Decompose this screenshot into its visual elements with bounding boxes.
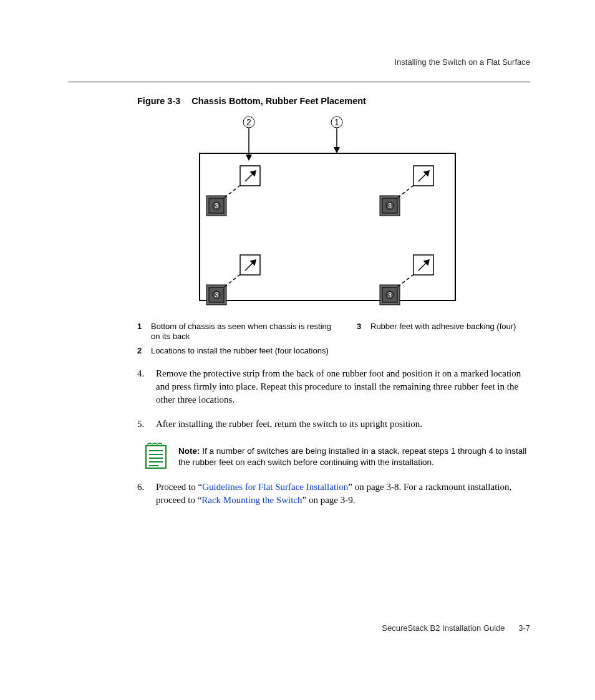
xref-link[interactable]: Guidelines for Flat Surface Installation — [202, 482, 348, 492]
svg-text:2: 2 — [246, 117, 251, 127]
step-5: 5. After installing the rubber feet, ret… — [137, 418, 530, 431]
step-number: 4. — [137, 367, 156, 406]
footer-page-number: 3-7 — [518, 623, 530, 633]
note-callout: Note: If a number of switches are being … — [143, 442, 530, 469]
step-body: Proceed to “Guidelines for Flat Surface … — [156, 481, 530, 507]
legend-text: Locations to install the rubber feet (fo… — [151, 346, 329, 356]
svg-marker-7 — [246, 155, 252, 161]
svg-text:3: 3 — [388, 292, 392, 299]
step-body: After installing the rubber feet, return… — [156, 418, 530, 431]
figure-legend: 1 Bottom of chassis as seen when chassis… — [137, 322, 530, 356]
svg-text:3: 3 — [215, 292, 218, 299]
legend-text: Bottom of chassis as seen when chassis i… — [151, 322, 332, 342]
step-text: ” on page 3-9. — [302, 495, 356, 505]
figure-title: Chassis Bottom, Rubber Feet Placement — [191, 96, 366, 106]
legend-num: 1 — [137, 322, 145, 342]
figure-caption: Figure 3-3Chassis Bottom, Rubber Feet Pl… — [137, 96, 530, 106]
note-icon — [143, 442, 168, 469]
legend-text: Rubber feet with adhesive backing (four) — [370, 322, 516, 332]
footer-doc-title: SecureStack B2 Installation Guide — [382, 623, 505, 633]
svg-marker-5 — [334, 147, 340, 153]
svg-line-37 — [225, 184, 242, 198]
legend-num: 3 — [357, 322, 364, 332]
legend-num: 2 — [137, 346, 145, 356]
step-text: Proceed to “ — [156, 482, 202, 492]
header-rule — [69, 82, 530, 82]
svg-text:3: 3 — [388, 203, 392, 209]
svg-text:3: 3 — [215, 203, 218, 209]
xref-link[interactable]: Rack Mounting the Switch — [201, 495, 302, 505]
step-4: 4. Remove the protective strip from the … — [137, 367, 530, 406]
step-6: 6. Proceed to “Guidelines for Flat Surfa… — [137, 481, 530, 507]
figure-number: Figure 3-3 — [137, 96, 180, 106]
page-footer: SecureStack B2 Installation Guide 3-7 — [69, 623, 530, 633]
figure-diagram: 1 2 — [69, 115, 530, 308]
note-text: Note: If a number of switches are being … — [178, 442, 530, 468]
svg-line-39 — [225, 273, 242, 287]
step-body: Remove the protective strip from the bac… — [156, 367, 530, 406]
note-body: If a number of switches are being instal… — [178, 446, 526, 467]
svg-line-38 — [398, 184, 415, 198]
running-header: Installing the Switch on a Flat Surface — [69, 57, 530, 67]
svg-line-40 — [398, 273, 415, 287]
svg-rect-41 — [146, 446, 166, 468]
note-label: Note: — [178, 446, 200, 456]
step-number: 6. — [137, 481, 156, 507]
step-number: 5. — [137, 418, 156, 431]
svg-text:1: 1 — [334, 117, 339, 127]
